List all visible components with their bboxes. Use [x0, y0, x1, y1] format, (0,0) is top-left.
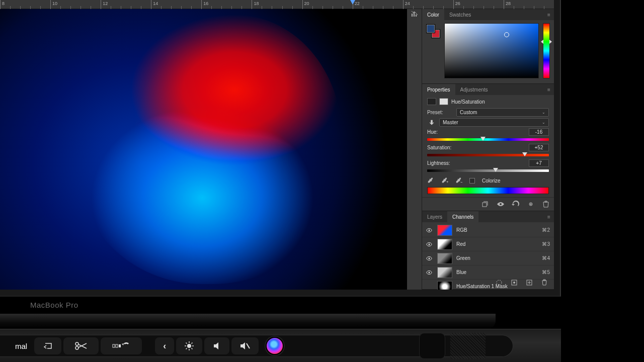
saturation-label: Saturation:: [427, 145, 451, 150]
hue-slider-thumb[interactable]: [480, 137, 486, 141]
eyedropper-subtract-icon[interactable]: [455, 177, 462, 184]
ruler-playhead[interactable]: [350, 0, 355, 5]
saturation-slider-thumb[interactable]: [522, 152, 527, 156]
visibility-eye-icon[interactable]: [426, 227, 433, 233]
channel-name: RGB: [456, 227, 538, 233]
svg-rect-17: [113, 344, 115, 347]
svg-point-4: [429, 229, 430, 231]
tab-swatches[interactable]: Swatches: [444, 9, 476, 20]
preset-label: Preset:: [427, 110, 453, 115]
preset-select[interactable]: Custom ⌄: [456, 108, 549, 117]
panel-menu-icon[interactable]: ≡: [544, 9, 554, 20]
color-field[interactable]: [444, 23, 539, 78]
foreground-color-swatch[interactable]: [426, 24, 435, 33]
visibility-eye-icon[interactable]: [426, 255, 433, 261]
svg-point-6: [429, 243, 430, 245]
ruler-tick: 16: [201, 0, 202, 9]
colorize-label: Colorize: [482, 178, 501, 184]
laptop-hinge: [0, 314, 496, 329]
channel-row[interactable]: Green⌘4: [422, 251, 554, 265]
channel-row[interactable]: RGB⌘2: [422, 223, 554, 237]
adjustment-title: Hue/Saturation: [451, 99, 485, 105]
color-range-select[interactable]: Master ⌄: [439, 118, 549, 127]
ruler-tick: 12: [101, 0, 101, 9]
color-field-cursor: [504, 32, 509, 37]
ruler-tick: 18: [252, 0, 252, 9]
lightness-slider-thumb[interactable]: [493, 168, 498, 172]
speaker-grille: [450, 333, 486, 359]
laptop-base: MacBook Pro mal ‹: [0, 297, 561, 362]
lightness-slider[interactable]: [427, 168, 549, 173]
svg-point-15: [75, 346, 78, 349]
ruler-tick: 8: [0, 0, 1, 9]
channel-name: Green: [456, 255, 538, 261]
channel-shortcut: ⌘2: [542, 227, 550, 233]
color-panel: Color Swatches ≡: [422, 9, 554, 84]
trash-icon[interactable]: [542, 201, 550, 208]
laptop-model-label: MacBook Pro: [30, 301, 78, 309]
svg-rect-18: [116, 344, 118, 347]
svg-point-8: [429, 257, 430, 259]
targeted-adjust-icon[interactable]: [427, 119, 436, 126]
channel-thumbnail: [437, 253, 452, 264]
colorize-checkbox[interactable]: [469, 178, 475, 184]
hue-slider[interactable]: [427, 137, 549, 142]
svg-point-16: [75, 342, 78, 345]
saturation-slider[interactable]: [427, 152, 549, 157]
touchbar-cut-button[interactable]: [63, 337, 99, 354]
channels-panel: Layers Channels ≡ RGB⌘2Red⌘3Green⌘4Blue⌘…: [422, 211, 554, 290]
touchbar-mute-button[interactable]: [231, 337, 259, 354]
save-selection-icon[interactable]: [511, 279, 518, 286]
document-canvas[interactable]: [0, 9, 407, 290]
touchbar-volume-button[interactable]: [204, 337, 229, 354]
touchbar-undo-button[interactable]: [101, 337, 142, 354]
horizontal-ruler[interactable]: 81012141618202224262830: [0, 0, 554, 9]
tab-layers[interactable]: Layers: [422, 211, 447, 222]
lightness-label: Lightness:: [427, 160, 450, 166]
hue-slider-handle[interactable]: [541, 40, 543, 44]
properties-panel: Properties Adjustments ≡ Hue/Saturation: [422, 84, 554, 211]
touchbar-siri-button[interactable]: [266, 337, 284, 355]
visibility-toggle-icon[interactable]: [527, 201, 535, 208]
chevron-down-icon: ⌄: [542, 110, 545, 115]
svg-rect-0: [482, 203, 487, 207]
channel-row[interactable]: Red⌘3: [422, 237, 554, 251]
channel-shortcut: ⌘5: [542, 269, 550, 275]
layer-mask-icon: [439, 98, 448, 105]
reset-icon[interactable]: [512, 201, 520, 208]
ruler-tick: 14: [151, 0, 151, 9]
tab-adjustments[interactable]: Adjustments: [455, 84, 493, 95]
saturation-value[interactable]: +52: [529, 144, 549, 151]
panel-menu-icon[interactable]: ≡: [544, 84, 554, 95]
eyedropper-icon[interactable]: [427, 177, 434, 184]
hue-slider[interactable]: [543, 23, 550, 78]
tab-color[interactable]: Color: [422, 9, 444, 20]
visibility-eye-icon[interactable]: [426, 269, 433, 276]
view-previous-icon[interactable]: [497, 201, 505, 208]
histogram-icon[interactable]: [411, 10, 419, 18]
canvas-image: [0, 9, 407, 290]
new-channel-icon[interactable]: [526, 279, 533, 286]
panel-menu-icon[interactable]: ≡: [544, 211, 554, 222]
touchbar-brightness-button[interactable]: [176, 337, 202, 354]
touchbar-transform-button[interactable]: [34, 337, 61, 354]
lightness-value[interactable]: +7: [529, 159, 549, 167]
svg-point-11: [497, 280, 502, 285]
color-ramp[interactable]: [427, 187, 549, 194]
delete-channel-icon[interactable]: [541, 279, 548, 286]
tab-channels[interactable]: Channels: [447, 211, 478, 222]
load-selection-icon[interactable]: [496, 279, 503, 286]
collapsed-panel-dock[interactable]: [407, 9, 422, 290]
eyedropper-add-icon[interactable]: [441, 177, 448, 184]
chevron-down-icon: ⌄: [542, 120, 545, 125]
channel-shortcut: ⌘3: [542, 241, 550, 247]
tab-properties[interactable]: Properties: [422, 84, 455, 95]
hue-value[interactable]: -16: [529, 128, 549, 136]
touchbar-back-button[interactable]: ‹: [155, 337, 174, 354]
ruler-tick: 24: [403, 0, 404, 9]
touchbar-mode-label[interactable]: mal: [7, 337, 32, 354]
clip-to-layer-icon[interactable]: [481, 201, 490, 208]
visibility-eye-icon[interactable]: [426, 241, 433, 247]
touch-id-sensor[interactable]: [419, 333, 445, 359]
fg-bg-swatches[interactable]: [426, 24, 440, 38]
